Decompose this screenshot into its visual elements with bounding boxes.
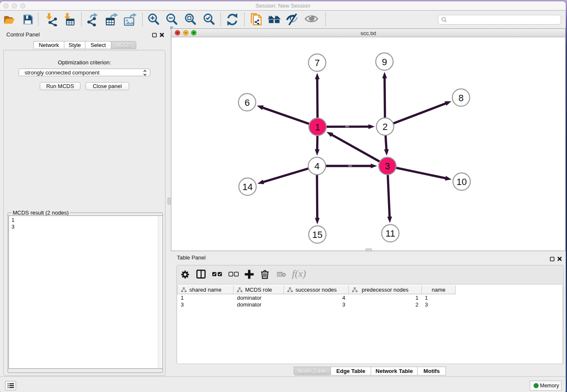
svg-text:8: 8: [458, 93, 463, 103]
svg-text:10: 10: [457, 177, 467, 187]
svg-text:3: 3: [385, 161, 390, 171]
svg-text:14: 14: [242, 182, 253, 192]
svg-text:1: 1: [315, 122, 320, 133]
svg-text:11: 11: [385, 228, 395, 239]
svg-text:4: 4: [314, 161, 319, 171]
svg-text:6: 6: [245, 97, 250, 108]
svg-text:9: 9: [382, 57, 387, 67]
svg-text:2: 2: [383, 121, 388, 132]
svg-text:15: 15: [312, 229, 322, 240]
svg-text:7: 7: [314, 58, 319, 68]
